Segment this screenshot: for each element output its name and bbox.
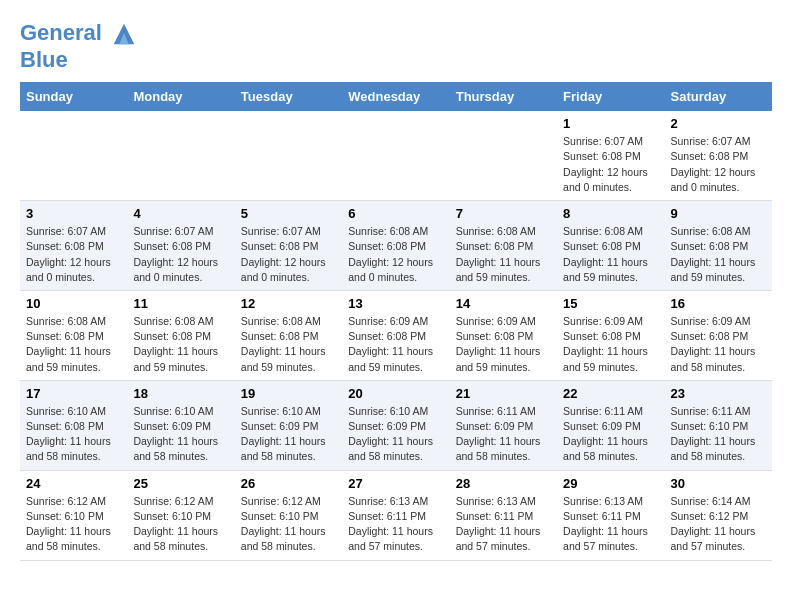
day-info: Sunrise: 6:12 AM Sunset: 6:10 PM Dayligh… — [241, 494, 336, 555]
day-number: 18 — [133, 386, 228, 401]
calendar-cell: 8Sunrise: 6:08 AM Sunset: 6:08 PM Daylig… — [557, 201, 664, 291]
day-info: Sunrise: 6:09 AM Sunset: 6:08 PM Dayligh… — [563, 314, 658, 375]
calendar-cell — [342, 111, 449, 200]
day-number: 3 — [26, 206, 121, 221]
weekday-header-thursday: Thursday — [450, 82, 557, 111]
day-info: Sunrise: 6:07 AM Sunset: 6:08 PM Dayligh… — [563, 134, 658, 195]
calendar-cell: 30Sunrise: 6:14 AM Sunset: 6:12 PM Dayli… — [665, 470, 772, 560]
weekday-header-monday: Monday — [127, 82, 234, 111]
day-number: 29 — [563, 476, 658, 491]
calendar-cell: 14Sunrise: 6:09 AM Sunset: 6:08 PM Dayli… — [450, 290, 557, 380]
weekday-header-sunday: Sunday — [20, 82, 127, 111]
page-header: General Blue — [20, 20, 772, 72]
day-info: Sunrise: 6:09 AM Sunset: 6:08 PM Dayligh… — [671, 314, 766, 375]
day-info: Sunrise: 6:10 AM Sunset: 6:09 PM Dayligh… — [348, 404, 443, 465]
calendar-cell: 19Sunrise: 6:10 AM Sunset: 6:09 PM Dayli… — [235, 380, 342, 470]
day-number: 12 — [241, 296, 336, 311]
calendar-cell: 20Sunrise: 6:10 AM Sunset: 6:09 PM Dayli… — [342, 380, 449, 470]
calendar-week-3: 10Sunrise: 6:08 AM Sunset: 6:08 PM Dayli… — [20, 290, 772, 380]
calendar-cell: 27Sunrise: 6:13 AM Sunset: 6:11 PM Dayli… — [342, 470, 449, 560]
day-info: Sunrise: 6:07 AM Sunset: 6:08 PM Dayligh… — [241, 224, 336, 285]
day-number: 20 — [348, 386, 443, 401]
day-number: 19 — [241, 386, 336, 401]
calendar-week-4: 17Sunrise: 6:10 AM Sunset: 6:08 PM Dayli… — [20, 380, 772, 470]
day-number: 9 — [671, 206, 766, 221]
day-number: 25 — [133, 476, 228, 491]
day-info: Sunrise: 6:11 AM Sunset: 6:10 PM Dayligh… — [671, 404, 766, 465]
calendar-table: SundayMondayTuesdayWednesdayThursdayFrid… — [20, 82, 772, 560]
day-number: 8 — [563, 206, 658, 221]
calendar-cell — [127, 111, 234, 200]
calendar-cell: 15Sunrise: 6:09 AM Sunset: 6:08 PM Dayli… — [557, 290, 664, 380]
logo-icon — [110, 20, 138, 48]
day-info: Sunrise: 6:11 AM Sunset: 6:09 PM Dayligh… — [563, 404, 658, 465]
weekday-header-tuesday: Tuesday — [235, 82, 342, 111]
calendar-week-1: 1Sunrise: 6:07 AM Sunset: 6:08 PM Daylig… — [20, 111, 772, 200]
calendar-cell: 24Sunrise: 6:12 AM Sunset: 6:10 PM Dayli… — [20, 470, 127, 560]
day-number: 1 — [563, 116, 658, 131]
calendar-cell: 21Sunrise: 6:11 AM Sunset: 6:09 PM Dayli… — [450, 380, 557, 470]
day-number: 17 — [26, 386, 121, 401]
calendar-cell: 10Sunrise: 6:08 AM Sunset: 6:08 PM Dayli… — [20, 290, 127, 380]
calendar-cell: 17Sunrise: 6:10 AM Sunset: 6:08 PM Dayli… — [20, 380, 127, 470]
calendar-cell: 29Sunrise: 6:13 AM Sunset: 6:11 PM Dayli… — [557, 470, 664, 560]
day-info: Sunrise: 6:11 AM Sunset: 6:09 PM Dayligh… — [456, 404, 551, 465]
day-number: 23 — [671, 386, 766, 401]
day-info: Sunrise: 6:09 AM Sunset: 6:08 PM Dayligh… — [348, 314, 443, 375]
day-info: Sunrise: 6:10 AM Sunset: 6:09 PM Dayligh… — [133, 404, 228, 465]
calendar-cell: 25Sunrise: 6:12 AM Sunset: 6:10 PM Dayli… — [127, 470, 234, 560]
day-number: 22 — [563, 386, 658, 401]
calendar-week-2: 3Sunrise: 6:07 AM Sunset: 6:08 PM Daylig… — [20, 201, 772, 291]
day-info: Sunrise: 6:08 AM Sunset: 6:08 PM Dayligh… — [563, 224, 658, 285]
day-info: Sunrise: 6:13 AM Sunset: 6:11 PM Dayligh… — [456, 494, 551, 555]
calendar-cell: 2Sunrise: 6:07 AM Sunset: 6:08 PM Daylig… — [665, 111, 772, 200]
day-info: Sunrise: 6:08 AM Sunset: 6:08 PM Dayligh… — [26, 314, 121, 375]
logo-blue-text: Blue — [20, 48, 138, 72]
day-number: 30 — [671, 476, 766, 491]
day-number: 15 — [563, 296, 658, 311]
day-number: 26 — [241, 476, 336, 491]
calendar-body: 1Sunrise: 6:07 AM Sunset: 6:08 PM Daylig… — [20, 111, 772, 560]
day-info: Sunrise: 6:08 AM Sunset: 6:08 PM Dayligh… — [671, 224, 766, 285]
calendar-cell: 1Sunrise: 6:07 AM Sunset: 6:08 PM Daylig… — [557, 111, 664, 200]
calendar-header: SundayMondayTuesdayWednesdayThursdayFrid… — [20, 82, 772, 111]
calendar-cell: 3Sunrise: 6:07 AM Sunset: 6:08 PM Daylig… — [20, 201, 127, 291]
calendar-cell: 16Sunrise: 6:09 AM Sunset: 6:08 PM Dayli… — [665, 290, 772, 380]
calendar-cell — [20, 111, 127, 200]
calendar-cell: 18Sunrise: 6:10 AM Sunset: 6:09 PM Dayli… — [127, 380, 234, 470]
weekday-header-row: SundayMondayTuesdayWednesdayThursdayFrid… — [20, 82, 772, 111]
day-number: 11 — [133, 296, 228, 311]
day-info: Sunrise: 6:07 AM Sunset: 6:08 PM Dayligh… — [671, 134, 766, 195]
day-number: 28 — [456, 476, 551, 491]
calendar-cell — [450, 111, 557, 200]
calendar-cell: 26Sunrise: 6:12 AM Sunset: 6:10 PM Dayli… — [235, 470, 342, 560]
day-number: 5 — [241, 206, 336, 221]
day-info: Sunrise: 6:08 AM Sunset: 6:08 PM Dayligh… — [348, 224, 443, 285]
day-number: 14 — [456, 296, 551, 311]
day-info: Sunrise: 6:13 AM Sunset: 6:11 PM Dayligh… — [563, 494, 658, 555]
day-info: Sunrise: 6:08 AM Sunset: 6:08 PM Dayligh… — [241, 314, 336, 375]
logo-text: General — [20, 20, 138, 48]
calendar-cell: 13Sunrise: 6:09 AM Sunset: 6:08 PM Dayli… — [342, 290, 449, 380]
day-number: 6 — [348, 206, 443, 221]
day-info: Sunrise: 6:07 AM Sunset: 6:08 PM Dayligh… — [133, 224, 228, 285]
day-number: 16 — [671, 296, 766, 311]
day-info: Sunrise: 6:13 AM Sunset: 6:11 PM Dayligh… — [348, 494, 443, 555]
day-info: Sunrise: 6:12 AM Sunset: 6:10 PM Dayligh… — [133, 494, 228, 555]
calendar-week-5: 24Sunrise: 6:12 AM Sunset: 6:10 PM Dayli… — [20, 470, 772, 560]
day-info: Sunrise: 6:08 AM Sunset: 6:08 PM Dayligh… — [133, 314, 228, 375]
day-number: 4 — [133, 206, 228, 221]
calendar-cell: 6Sunrise: 6:08 AM Sunset: 6:08 PM Daylig… — [342, 201, 449, 291]
day-number: 7 — [456, 206, 551, 221]
day-info: Sunrise: 6:08 AM Sunset: 6:08 PM Dayligh… — [456, 224, 551, 285]
day-info: Sunrise: 6:09 AM Sunset: 6:08 PM Dayligh… — [456, 314, 551, 375]
day-number: 10 — [26, 296, 121, 311]
day-number: 2 — [671, 116, 766, 131]
calendar-cell: 9Sunrise: 6:08 AM Sunset: 6:08 PM Daylig… — [665, 201, 772, 291]
weekday-header-saturday: Saturday — [665, 82, 772, 111]
day-number: 24 — [26, 476, 121, 491]
day-number: 21 — [456, 386, 551, 401]
calendar-cell: 4Sunrise: 6:07 AM Sunset: 6:08 PM Daylig… — [127, 201, 234, 291]
calendar-cell: 5Sunrise: 6:07 AM Sunset: 6:08 PM Daylig… — [235, 201, 342, 291]
day-info: Sunrise: 6:12 AM Sunset: 6:10 PM Dayligh… — [26, 494, 121, 555]
